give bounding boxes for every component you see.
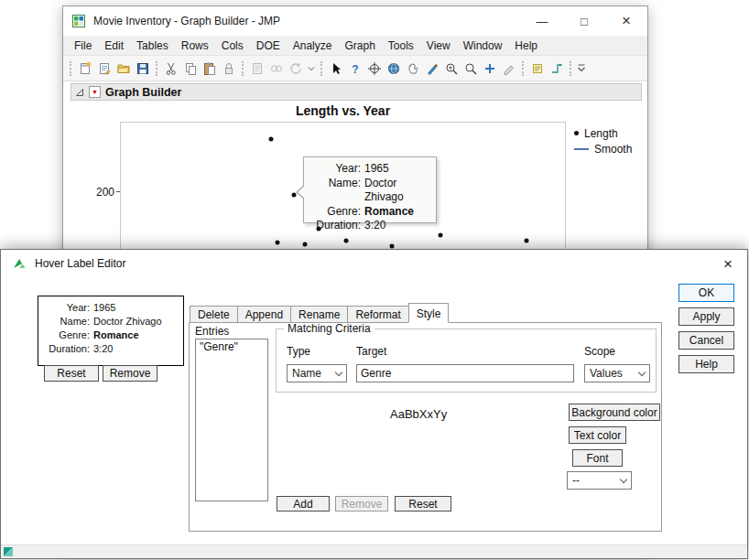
open-icon[interactable] bbox=[114, 59, 133, 78]
data-point[interactable] bbox=[269, 136, 274, 141]
ok-button[interactable]: OK bbox=[678, 284, 734, 302]
entries-list-item[interactable]: "Genre" bbox=[196, 339, 267, 354]
hover-label-editor-dialog: Hover Label Editor × Year: 1965 Name: Do… bbox=[0, 249, 748, 559]
cancel-button[interactable]: Cancel bbox=[678, 331, 734, 350]
help-button[interactable]: Help bbox=[678, 355, 734, 373]
scope-combobox[interactable]: Values bbox=[584, 364, 650, 382]
entries-listbox[interactable]: "Genre" bbox=[195, 339, 268, 501]
font-size-combobox-value: -- bbox=[572, 474, 580, 487]
arrow-cursor-icon[interactable] bbox=[326, 59, 345, 78]
globe-icon[interactable] bbox=[384, 59, 403, 78]
paste-icon[interactable] bbox=[200, 59, 219, 78]
hover-label-tooltip: Year: 1965 Name: Doctor Zhivago Genre: R… bbox=[303, 156, 437, 223]
tab-reformat[interactable]: Reformat bbox=[347, 306, 408, 323]
tab-style[interactable]: Style bbox=[408, 303, 450, 323]
reset-button[interactable]: Reset bbox=[395, 496, 451, 512]
refresh-icon bbox=[286, 59, 305, 78]
toolbar-separator bbox=[156, 61, 157, 76]
tooltip-row: Name: Doctor Zhivago bbox=[311, 177, 429, 205]
chevron-down-icon bbox=[638, 368, 646, 375]
save-icon[interactable] bbox=[133, 59, 152, 78]
copy-icon[interactable] bbox=[180, 59, 200, 78]
connector-icon[interactable] bbox=[547, 59, 566, 78]
menu-rows[interactable]: Rows bbox=[175, 38, 215, 54]
dialog-status-bar bbox=[1, 544, 747, 558]
y-axis-tick-label: 200 bbox=[94, 186, 114, 199]
preview-remove-button[interactable]: Remove bbox=[103, 365, 157, 382]
legend-label: Length bbox=[584, 127, 618, 140]
menu-doe[interactable]: DOE bbox=[250, 38, 287, 54]
window-controls: — □ × bbox=[521, 6, 647, 36]
menu-analyze[interactable]: Analyze bbox=[287, 38, 339, 54]
style-sample-text: AaBbXxYy bbox=[390, 407, 447, 421]
preview-value: Romance bbox=[93, 328, 178, 342]
dialog-close-icon[interactable]: × bbox=[714, 253, 742, 275]
entries-label: Entries bbox=[195, 325, 229, 338]
menu-cols[interactable]: Cols bbox=[215, 38, 250, 54]
font-button[interactable]: Font bbox=[572, 449, 623, 467]
crosshair-icon[interactable] bbox=[364, 59, 384, 78]
text-color-button[interactable]: Text color bbox=[569, 426, 626, 444]
toolbar: ? bbox=[63, 56, 647, 81]
dialog-titlebar: Hover Label Editor bbox=[1, 250, 747, 277]
target-input[interactable] bbox=[356, 364, 574, 382]
apply-button[interactable]: Apply bbox=[678, 307, 734, 326]
minimize-button[interactable]: — bbox=[521, 6, 563, 36]
graph-builder-panel-header[interactable]: ▼ Graph Builder bbox=[71, 83, 642, 101]
preview-reset-button[interactable]: Reset bbox=[44, 365, 99, 382]
annotate-icon[interactable] bbox=[527, 59, 547, 78]
data-point[interactable] bbox=[303, 242, 308, 247]
legend-label: Smooth bbox=[594, 143, 632, 156]
remove-button[interactable]: Remove bbox=[335, 496, 388, 512]
tooltip-label: Genre: bbox=[311, 205, 361, 220]
data-point[interactable] bbox=[525, 239, 529, 243]
type-combobox[interactable]: Name bbox=[287, 364, 347, 382]
toolbar-overflow-chevron[interactable] bbox=[575, 59, 587, 78]
menu-file[interactable]: File bbox=[68, 38, 98, 54]
magnifier-icon[interactable] bbox=[461, 59, 480, 78]
grabber-hand-icon[interactable] bbox=[403, 59, 422, 78]
add-button[interactable]: Add bbox=[277, 496, 330, 512]
data-point[interactable] bbox=[276, 241, 280, 245]
menu-help[interactable]: Help bbox=[508, 38, 544, 54]
new-journal-icon[interactable] bbox=[94, 59, 114, 78]
svg-text:?: ? bbox=[352, 62, 358, 75]
disclosure-triangle-icon[interactable] bbox=[75, 88, 84, 97]
font-size-combobox[interactable]: -- bbox=[567, 471, 632, 490]
magnifier-zoom-icon[interactable] bbox=[441, 59, 461, 78]
data-point[interactable] bbox=[343, 239, 348, 243]
tooltip-value: 1965 bbox=[364, 162, 429, 177]
legend-item-smooth[interactable]: Smooth bbox=[574, 141, 632, 156]
menu-view[interactable]: View bbox=[420, 38, 457, 54]
toolbar-options-chevron[interactable] bbox=[305, 59, 317, 78]
window-titlebar: Movie Inventory - Graph Builder - JMP — … bbox=[63, 6, 647, 36]
legend-item-length[interactable]: Length bbox=[574, 125, 632, 141]
menu-window[interactable]: Window bbox=[457, 38, 509, 54]
toolbar-separator bbox=[522, 61, 524, 76]
lock-icon[interactable] bbox=[219, 59, 238, 78]
maximize-button[interactable]: □ bbox=[563, 6, 605, 36]
preview-label: Name: bbox=[44, 315, 90, 328]
data-point[interactable] bbox=[389, 244, 394, 249]
menu-graph[interactable]: Graph bbox=[338, 38, 381, 54]
menu-tools[interactable]: Tools bbox=[382, 38, 420, 54]
tooltip-label: Year: bbox=[311, 162, 361, 177]
background-color-button[interactable]: Background color bbox=[569, 404, 660, 421]
close-button[interactable]: × bbox=[605, 6, 647, 36]
tooltip-row: Duration: 3:20 bbox=[311, 219, 429, 233]
brush-icon[interactable] bbox=[422, 59, 441, 78]
new-data-table-icon[interactable] bbox=[75, 59, 94, 78]
plus-icon[interactable] bbox=[480, 59, 499, 78]
cut-icon[interactable] bbox=[161, 59, 180, 78]
tooltip-value: Romance bbox=[364, 205, 429, 220]
red-triangle-menu-icon[interactable]: ▼ bbox=[89, 86, 101, 98]
menu-edit[interactable]: Edit bbox=[98, 38, 130, 54]
hover-label-editor-icon bbox=[12, 256, 27, 271]
tab-append[interactable]: Append bbox=[237, 306, 291, 323]
eraser-icon[interactable] bbox=[499, 59, 518, 78]
tab-rename[interactable]: Rename bbox=[290, 306, 348, 323]
tab-delete[interactable]: Delete bbox=[190, 306, 238, 323]
menu-tables[interactable]: Tables bbox=[130, 38, 175, 54]
data-point[interactable] bbox=[438, 233, 442, 238]
help-icon[interactable]: ? bbox=[345, 59, 364, 78]
